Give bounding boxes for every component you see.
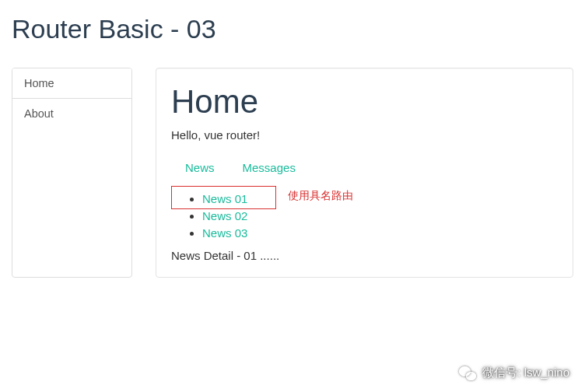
sidebar-item-about[interactable]: About (12, 99, 131, 128)
page-title: Router Basic - 03 (12, 14, 573, 44)
news-link-02[interactable]: News 02 (202, 209, 247, 222)
news-link-01[interactable]: News 01 (202, 192, 247, 205)
main-heading: Home (171, 83, 558, 121)
layout: Home About Home Hello, vue router! News … (12, 68, 573, 278)
news-link-03[interactable]: News 03 (202, 226, 247, 240)
tab-news[interactable]: News (171, 156, 229, 180)
news-list: 使用具名路由 News 01 News 02 News 03 (171, 191, 558, 241)
sidebar-item-home[interactable]: Home (12, 68, 131, 99)
news-detail: News Detail - 01 ...... (171, 249, 558, 262)
watermark: 微信号: lsw_nino (459, 366, 569, 380)
watermark-label: 微信号: lsw_nino (482, 366, 569, 380)
wechat-icon (459, 366, 476, 380)
highlight-annotation: 使用具名路由 (288, 189, 353, 203)
tab-messages[interactable]: Messages (229, 156, 310, 180)
list-item: News 02 (202, 208, 558, 225)
main-panel: Home Hello, vue router! News Messages 使用… (156, 68, 573, 278)
tabs: News Messages (171, 156, 558, 180)
list-item: News 03 (202, 225, 558, 242)
list-item: News 01 (202, 191, 558, 208)
sidebar: Home About (12, 68, 132, 278)
greeting-text: Hello, vue router! (171, 128, 558, 142)
